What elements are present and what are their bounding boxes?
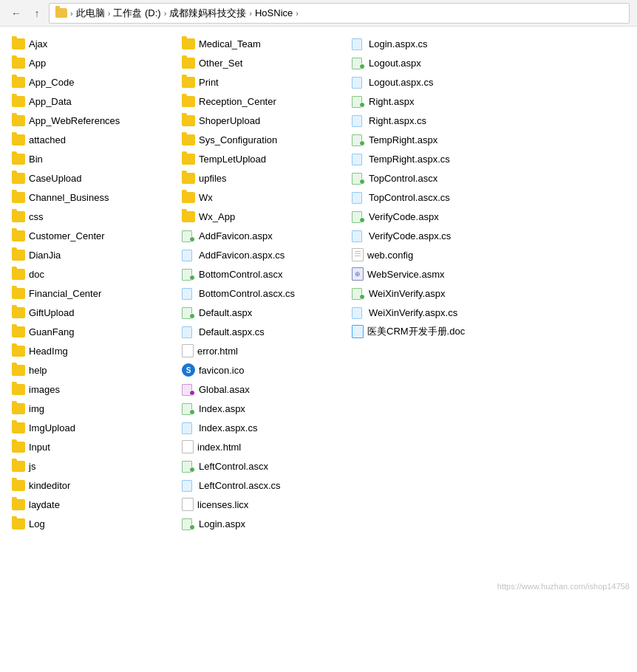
- file-name-label: Login.aspx.cs: [369, 38, 428, 49]
- folder-icon: [12, 77, 25, 88]
- breadcrumb-item-company[interactable]: 成都辣妈科技交接: [169, 7, 246, 20]
- list-item[interactable]: LeftControl.ascx: [177, 456, 347, 476]
- list-item[interactable]: img: [7, 399, 177, 418]
- list-item[interactable]: Financial_Center: [7, 284, 177, 303]
- list-item[interactable]: Wx_App: [177, 207, 347, 226]
- list-item[interactable]: laydate: [7, 495, 177, 514]
- list-item[interactable]: Other_Set: [177, 53, 347, 72]
- list-item[interactable]: TopControl.ascx: [347, 168, 554, 188]
- file-name-label: Wx_App: [199, 211, 235, 222]
- list-item[interactable]: kindeditor: [7, 476, 177, 495]
- folder-icon: [12, 192, 25, 203]
- list-item[interactable]: HeadImg: [7, 341, 177, 360]
- breadcrumb-item-drive[interactable]: 工作盘 (D:): [113, 7, 160, 20]
- list-item[interactable]: [347, 456, 554, 476]
- list-item[interactable]: [347, 399, 554, 418]
- list-item[interactable]: attached: [7, 130, 177, 149]
- list-item[interactable]: [347, 360, 554, 380]
- list-item[interactable]: Print: [177, 72, 347, 92]
- list-item[interactable]: index.html: [177, 437, 347, 456]
- list-item[interactable]: Default.aspx: [177, 303, 347, 322]
- list-item[interactable]: CaseUpload: [7, 168, 177, 188]
- list-item[interactable]: web.config: [347, 245, 554, 264]
- list-item[interactable]: AddFavicon.aspx: [177, 226, 347, 245]
- file-name-label: VerifyCode.aspx: [369, 211, 439, 222]
- back-button[interactable]: ←: [7, 4, 25, 22]
- list-item[interactable]: Bin: [7, 149, 177, 168]
- file-name-label: Login.aspx: [199, 518, 245, 529]
- cs-icon: [352, 37, 365, 50]
- list-item[interactable]: App_WebReferences: [7, 111, 177, 130]
- list-item[interactable]: TempRight.aspx: [347, 130, 554, 149]
- list-item[interactable]: WeiXinVerify.aspx.cs: [347, 303, 554, 322]
- list-item[interactable]: Sfavicon.ico: [177, 360, 347, 380]
- list-item[interactable]: ShoperUpload: [177, 111, 347, 130]
- list-item[interactable]: Sys_Configuration: [177, 130, 347, 149]
- list-item[interactable]: Input: [7, 437, 177, 456]
- list-item[interactable]: ImgUpload: [7, 418, 177, 437]
- list-item[interactable]: [347, 476, 554, 495]
- up-button[interactable]: ↑: [28, 4, 46, 22]
- folder-icon: [12, 96, 25, 107]
- list-item[interactable]: [347, 418, 554, 437]
- list-item[interactable]: BottomControl.ascx.cs: [177, 284, 347, 303]
- list-item[interactable]: Channel_Business: [7, 188, 177, 207]
- cs-icon: [352, 191, 365, 204]
- list-item[interactable]: Right.aspx.cs: [347, 111, 554, 130]
- list-item[interactable]: GuanFang: [7, 322, 177, 341]
- list-item[interactable]: VerifyCode.aspx: [347, 207, 554, 226]
- list-item[interactable]: images: [7, 380, 177, 399]
- breadcrumb-item-hosnice[interactable]: HoSNice: [255, 7, 293, 18]
- list-item[interactable]: [347, 514, 554, 533]
- breadcrumb-item-pc[interactable]: 此电脑: [76, 7, 105, 20]
- list-item[interactable]: App_Data: [7, 92, 177, 111]
- list-item[interactable]: TopControl.ascx.cs: [347, 188, 554, 207]
- list-item[interactable]: Ajax: [7, 34, 177, 53]
- file-name-label: Right.aspx: [369, 96, 414, 107]
- list-item[interactable]: AddFavicon.aspx.cs: [177, 245, 347, 264]
- list-item[interactable]: Index.aspx: [177, 399, 347, 418]
- list-item[interactable]: [347, 437, 554, 456]
- list-item[interactable]: Logout.aspx.cs: [347, 72, 554, 92]
- aspx-icon: [352, 95, 365, 108]
- list-item[interactable]: BottomControl.ascx: [177, 264, 347, 284]
- file-name-label: App_Code: [29, 77, 74, 88]
- list-item[interactable]: css: [7, 207, 177, 226]
- list-item[interactable]: doc: [7, 264, 177, 284]
- list-item[interactable]: Reception_Center: [177, 92, 347, 111]
- list-item[interactable]: Login.aspx: [177, 514, 347, 533]
- list-item[interactable]: Global.asax: [177, 380, 347, 399]
- list-item[interactable]: error.html: [177, 341, 347, 360]
- cs-icon: [182, 421, 195, 434]
- list-item[interactable]: App_Code: [7, 72, 177, 92]
- list-item[interactable]: WeiXinVerify.aspx: [347, 284, 554, 303]
- list-item[interactable]: Default.aspx.cs: [177, 322, 347, 341]
- file-name-label: LeftControl.ascx: [199, 461, 268, 472]
- list-item[interactable]: Wx: [177, 188, 347, 207]
- list-item[interactable]: VerifyCode.aspx.cs: [347, 226, 554, 245]
- list-item[interactable]: Logout.aspx: [347, 53, 554, 72]
- file-name-label: Right.aspx.cs: [369, 115, 426, 126]
- list-item[interactable]: Index.aspx.cs: [177, 418, 347, 437]
- list-item[interactable]: LeftControl.ascx.cs: [177, 476, 347, 495]
- list-item[interactable]: GiftUpload: [7, 303, 177, 322]
- list-item[interactable]: [347, 495, 554, 514]
- list-item[interactable]: [347, 341, 554, 360]
- list-item[interactable]: App: [7, 53, 177, 72]
- list-item[interactable]: Right.aspx: [347, 92, 554, 111]
- list-item[interactable]: 医美CRM开发手册.doc: [347, 322, 554, 341]
- list-item[interactable]: DianJia: [7, 245, 177, 264]
- list-item[interactable]: [347, 380, 554, 399]
- list-item[interactable]: ⊕WebService.asmx: [347, 264, 554, 284]
- list-item[interactable]: TempRight.aspx.cs: [347, 149, 554, 168]
- list-item[interactable]: Medical_Team: [177, 34, 347, 53]
- list-item[interactable]: Log: [7, 514, 177, 533]
- list-item[interactable]: Login.aspx.cs: [347, 34, 554, 53]
- list-item[interactable]: js: [7, 456, 177, 476]
- list-item[interactable]: help: [7, 360, 177, 380]
- folder-icon: [12, 384, 25, 395]
- list-item[interactable]: upfiles: [177, 168, 347, 188]
- list-item[interactable]: TempLetUpload: [177, 149, 347, 168]
- list-item[interactable]: Customer_Center: [7, 226, 177, 245]
- list-item[interactable]: licenses.licx: [177, 495, 347, 514]
